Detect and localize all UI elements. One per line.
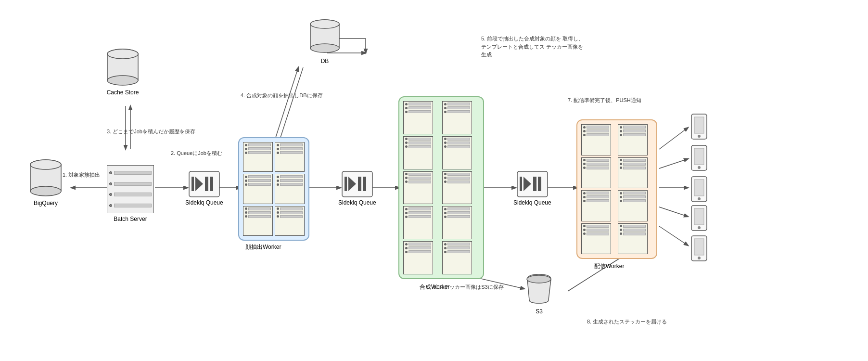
sidekiq-queue-2: Sidekiq Queue — [338, 171, 376, 206]
db-label: DB — [321, 57, 329, 65]
bigquery-cylinder: BigQuery — [29, 159, 63, 207]
face-worker-label: 顔抽出Worker — [245, 243, 281, 251]
mobile-device-1 — [690, 113, 708, 140]
svg-rect-59 — [694, 208, 704, 225]
svg-line-13 — [659, 159, 688, 168]
batch-server-label: Batch Server — [107, 216, 154, 222]
mobile-device-4 — [690, 205, 708, 232]
annotation-1: 1. 対象家族抽出 — [63, 171, 100, 179]
s3-bucket: S3 — [523, 272, 555, 316]
svg-line-16 — [659, 226, 688, 245]
sidekiq-queue-2-label: Sidekiq Queue — [338, 199, 376, 206]
delivery-worker-cluster — [576, 119, 657, 259]
annotation-8: 8. 生成されたステッカーを届ける — [587, 318, 667, 326]
svg-point-57 — [698, 197, 701, 200]
svg-rect-41 — [358, 177, 361, 191]
svg-point-24 — [30, 186, 61, 196]
compose-worker-cluster — [398, 96, 484, 279]
sidekiq-queue-3: Sidekiq Queue — [513, 171, 551, 206]
svg-rect-53 — [694, 148, 704, 165]
svg-point-25 — [30, 160, 61, 169]
svg-rect-50 — [694, 117, 704, 133]
sidekiq-queue-1: Sidekiq Queue — [185, 171, 223, 206]
svg-rect-62 — [694, 239, 704, 255]
annotation-3: 3. どこまでJobを積んだか履歴を保存 — [107, 128, 195, 136]
svg-rect-56 — [694, 180, 704, 196]
svg-point-33 — [310, 20, 339, 28]
svg-point-32 — [310, 44, 339, 52]
svg-point-28 — [107, 76, 138, 85]
svg-rect-36 — [205, 177, 208, 191]
svg-rect-37 — [210, 177, 213, 191]
annotation-6: 6. ステッカー画像はS3に保存 — [433, 283, 504, 291]
cache-store-cylinder: Cache Store — [106, 48, 140, 97]
svg-rect-43 — [345, 177, 347, 191]
svg-rect-48 — [520, 177, 522, 191]
annotation-4: 4. 合成対象の顔を抽出しDBに保存 — [241, 91, 323, 100]
svg-point-64 — [527, 275, 551, 283]
annotation-5: 5. 前段で抽出した合成対象の顔を 取得し、テンプレートと合成してス テッカー画… — [481, 35, 587, 59]
svg-point-63 — [698, 257, 701, 259]
sidekiq-queue-1-label: Sidekiq Queue — [185, 199, 223, 206]
face-worker-cluster — [238, 137, 309, 241]
mobile-device-2 — [690, 144, 708, 171]
svg-rect-46 — [533, 177, 536, 191]
svg-rect-42 — [363, 177, 366, 191]
svg-point-60 — [698, 226, 701, 229]
bigquery-label: BigQuery — [34, 199, 58, 207]
delivery-worker-label: 配信Worker — [594, 262, 624, 271]
svg-line-12 — [659, 128, 688, 149]
cache-store-label: Cache Store — [107, 89, 139, 97]
svg-rect-38 — [191, 177, 194, 191]
mobile-device-5 — [690, 235, 708, 262]
db-cylinder: DB — [308, 19, 342, 65]
svg-line-15 — [659, 207, 688, 217]
svg-rect-47 — [538, 177, 541, 191]
sidekiq-queue-3-label: Sidekiq Queue — [513, 199, 551, 206]
annotation-7: 7. 配信準備完了後、PUSH通知 — [568, 96, 641, 104]
svg-point-54 — [698, 166, 701, 169]
mobile-device-3 — [690, 176, 708, 203]
annotation-2: 2. QueueにJobを積む — [171, 149, 222, 157]
svg-point-29 — [107, 49, 138, 59]
batch-server — [107, 165, 154, 213]
svg-point-51 — [698, 135, 701, 138]
architecture-diagram: BigQuery Cache Store DB Batch Server — [0, 0, 868, 361]
s3-label: S3 — [536, 308, 543, 316]
